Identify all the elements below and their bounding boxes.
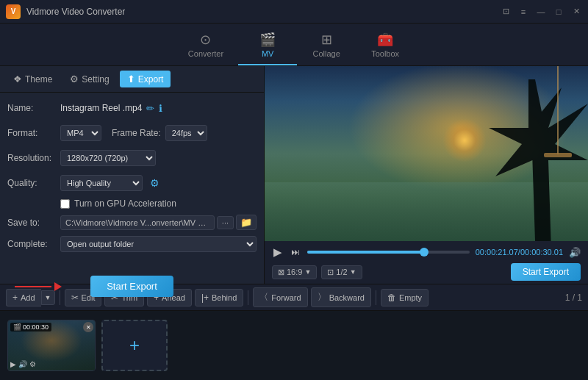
timeline: 🎬 00:00:30 ✕ ▶ 🔊 ⚙ + — [0, 310, 588, 380]
converter-icon: ⊙ — [200, 32, 211, 48]
left-panel: ❖ Theme ⚙ Setting ⬆ Export Name: Instagr… — [0, 66, 265, 284]
tl-volume-icon[interactable]: 🔊 — [18, 360, 27, 368]
export-label: Export — [138, 74, 164, 85]
tab-toolbox[interactable]: 🧰 Toolbox — [356, 27, 415, 65]
divider-3 — [376, 290, 376, 305]
form-area: Name: Instagram Reel .mp4 ✏ ℹ Format: MP… — [0, 93, 264, 264]
quality-label: Quality: — [7, 178, 60, 188]
timeline-duration-1: 🎬 00:00:30 — [10, 323, 51, 331]
format-value: MP4 MOV AVI MKV Frame Rate: 24fps 30fps … — [60, 125, 257, 141]
theme-icon: ❖ — [13, 74, 22, 85]
resolution-select[interactable]: 1280x720 (720p) 1920x1080 (1080p) 854x48… — [60, 150, 156, 166]
video-controls: ▶ ⏭ 00:00:21.07/00:00:30.01 🔊 ⊠ 16:9 ▼ — [265, 241, 588, 284]
saveto-label: Save to: — [7, 218, 60, 228]
name-row: Name: Instagram Reel .mp4 ✏ ℹ — [7, 98, 257, 118]
empty-button[interactable]: 🗑 Empty — [381, 289, 429, 306]
tl-settings-icon[interactable]: ⚙ — [29, 360, 36, 368]
progress-fill — [307, 251, 424, 254]
backward-button[interactable]: 〉 Backward — [311, 287, 371, 307]
toolbox-icon: 🧰 — [377, 32, 393, 48]
gpu-checkbox[interactable] — [60, 199, 70, 209]
subtab-export[interactable]: ⬆ Export — [120, 71, 171, 87]
next-frame-button[interactable]: ⏭ — [290, 247, 301, 257]
forward-label: Forward — [271, 293, 301, 302]
empty-label: Empty — [399, 293, 422, 302]
format-select[interactable]: MP4 MOV AVI MKV — [60, 125, 101, 141]
format-label: Format: — [7, 128, 60, 138]
mv-icon: 🎬 — [259, 32, 276, 48]
main-content: ❖ Theme ⚙ Setting ⬆ Export Name: Instagr… — [0, 66, 588, 284]
tab-converter[interactable]: ⊙ Converter — [173, 27, 238, 65]
resolution-row: Resolution: 1280x720 (720p) 1920x1080 (1… — [7, 148, 257, 168]
gpu-label[interactable]: Turn on GPU Acceleration — [74, 198, 176, 209]
empty-icon: 🗑 — [387, 293, 396, 303]
format-row: Format: MP4 MOV AVI MKV Frame Rate: 24fp… — [7, 123, 257, 143]
quality-select[interactable]: High Quality Standard Quality Low Qualit… — [60, 175, 143, 191]
window-controls: ⊡ ≡ — □ ✕ — [500, 6, 582, 18]
arrow-indicator — [15, 282, 62, 291]
video-preview — [265, 66, 588, 241]
time-display: 00:00:21.07/00:00:30.01 — [476, 248, 563, 257]
scale-icon: ⊡ — [327, 268, 334, 277]
minimize-btn[interactable]: — — [535, 6, 547, 18]
tl-play-icon[interactable]: ▶ — [10, 360, 16, 368]
start-export-right-button[interactable]: Start Export — [511, 263, 581, 281]
progress-thumb[interactable] — [420, 248, 429, 257]
scale-chevron: ▼ — [350, 268, 356, 276]
play-button[interactable]: ▶ — [272, 245, 284, 259]
converter-label: Converter — [188, 49, 223, 58]
name-edit-icon[interactable]: ✏ — [146, 103, 154, 114]
arrow-line — [15, 286, 51, 287]
framerate-select[interactable]: 24fps 30fps 60fps — [165, 125, 207, 141]
tab-mv[interactable]: 🎬 MV — [238, 27, 297, 65]
ratio-value: 16:9 — [287, 268, 302, 276]
volume-icon[interactable]: 🔊 — [569, 247, 581, 258]
right-panel: ▶ ⏭ 00:00:21.07/00:00:30.01 🔊 ⊠ 16:9 ▼ — [265, 66, 588, 284]
collage-label: Collage — [312, 49, 340, 58]
collage-icon: ⊞ — [321, 32, 332, 48]
scale-btn[interactable]: ⊡ 1/2 ▼ — [321, 265, 362, 279]
complete-label: Complete: — [7, 239, 60, 249]
backward-label: Backward — [329, 293, 365, 302]
timeline-close-btn[interactable]: ✕ — [83, 322, 93, 332]
tab-collage[interactable]: ⊞ Collage — [297, 27, 356, 65]
quality-value: High Quality Standard Quality Low Qualit… — [60, 175, 257, 191]
timeline-add-icon: + — [129, 335, 140, 356]
timeline-video-icon: 🎬 — [13, 323, 21, 331]
subtab-theme[interactable]: ❖ Theme — [6, 71, 60, 87]
complete-row: Complete: Open output folder Do nothing … — [7, 236, 257, 252]
quality-row: Quality: High Quality Standard Quality L… — [7, 173, 257, 193]
progress-track[interactable] — [307, 251, 470, 254]
swing-rope — [557, 66, 559, 154]
controls-row2: ⊠ 16:9 ▼ ⊡ 1/2 ▼ Start Export — [272, 263, 581, 281]
resolution-value: 1280x720 (720p) 1920x1080 (1080p) 854x48… — [60, 150, 257, 166]
name-text: Instagram Reel .mp4 — [60, 103, 142, 113]
nav-tabs: ⊙ Converter 🎬 MV ⊞ Collage 🧰 Toolbox — [0, 24, 588, 66]
complete-select[interactable]: Open output folder Do nothing Shut down … — [60, 236, 257, 252]
ratio-icon: ⊠ — [278, 268, 284, 277]
quality-gear-icon[interactable]: ⚙ — [150, 177, 159, 189]
timeline-controls: ▶ 🔊 ⚙ — [10, 360, 36, 368]
gpu-row: Turn on GPU Acceleration — [7, 198, 257, 209]
start-export-left-button[interactable]: Start Export — [90, 276, 173, 297]
setting-icon: ⚙ — [70, 74, 79, 85]
page-count: 1 / 1 — [565, 293, 582, 303]
ratio-chevron: ▼ — [304, 268, 311, 276]
maximize-btn[interactable]: □ — [553, 6, 564, 18]
timeline-add-btn[interactable]: + — [101, 320, 168, 371]
name-info-icon[interactable]: ℹ — [159, 103, 162, 114]
ratio-btn[interactable]: ⊠ 16:9 ▼ — [272, 265, 317, 279]
setting-label: Setting — [82, 74, 109, 85]
menu-icon[interactable]: ≡ — [517, 6, 529, 18]
saveto-folder-btn[interactable]: 📁 — [236, 215, 257, 230]
sub-tabs: ❖ Theme ⚙ Setting ⬆ Export — [0, 66, 264, 93]
name-value: Instagram Reel .mp4 ✏ ℹ — [60, 103, 257, 114]
saveto-dots-btn[interactable]: ··· — [217, 216, 234, 229]
subtab-setting[interactable]: ⚙ Setting — [62, 71, 116, 87]
backward-icon: 〉 — [318, 291, 326, 304]
chat-icon[interactable]: ⊡ — [500, 6, 512, 18]
timeline-item-1[interactable]: 🎬 00:00:30 ✕ ▶ 🔊 ⚙ — [7, 320, 96, 371]
swing-board — [544, 153, 572, 157]
close-btn[interactable]: ✕ — [570, 6, 582, 18]
name-label: Name: — [7, 103, 60, 113]
